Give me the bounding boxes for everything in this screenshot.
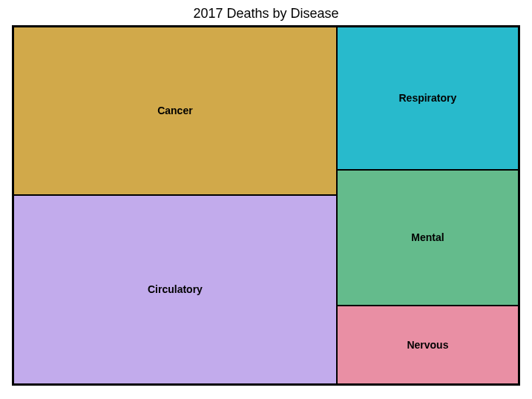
treemap-label: Respiratory bbox=[399, 92, 457, 104]
treemap-cell-mental: Mental bbox=[337, 170, 519, 306]
treemap-area: CancerCirculatoryRespiratoryMentalNervou… bbox=[12, 25, 520, 386]
treemap-cell-respiratory: Respiratory bbox=[337, 27, 519, 170]
treemap-label: Circulatory bbox=[148, 283, 203, 295]
treemap-label: Mental bbox=[411, 231, 444, 243]
chart-title: 2017 Deaths by Disease bbox=[0, 0, 532, 24]
treemap-cell-circulatory: Circulatory bbox=[13, 195, 337, 384]
treemap-cell-cancer: Cancer bbox=[13, 27, 337, 195]
treemap-label: Cancer bbox=[157, 105, 192, 116]
treemap-chart: 2017 Deaths by Disease CancerCirculatory… bbox=[0, 0, 532, 399]
treemap-cell-nervous: Nervous bbox=[337, 306, 519, 384]
treemap-label: Nervous bbox=[407, 339, 448, 351]
